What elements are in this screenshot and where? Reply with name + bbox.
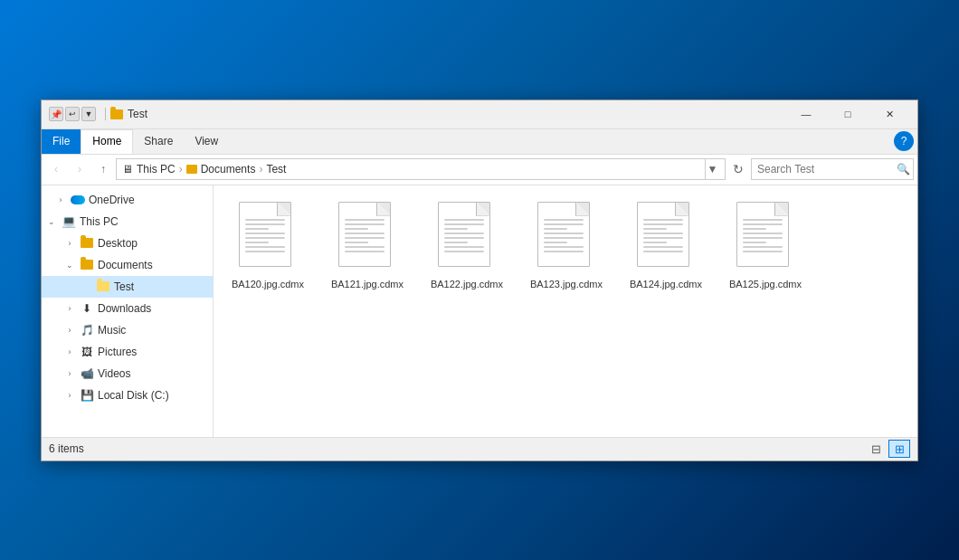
desktop-icon xyxy=(80,236,94,251)
sidebar-item-local-disk[interactable]: › 💾 Local Disk (C:) xyxy=(42,384,213,406)
pictures-arrow: › xyxy=(63,346,76,358)
pictures-icon: 🖼 xyxy=(80,345,94,359)
large-icons-view-button[interactable]: ⊞ xyxy=(888,440,910,458)
window-controls: — □ ✕ xyxy=(785,100,910,128)
onedrive-arrow: › xyxy=(54,194,67,206)
address-dropdown-button[interactable]: ▼ xyxy=(705,159,719,179)
file-item-1[interactable]: BA120.jpg.cdmx xyxy=(223,195,313,298)
breadcrumb-icon-computer: 🖥 xyxy=(122,163,133,176)
breadcrumb-test[interactable]: Test xyxy=(266,163,286,176)
localdisk-icon: 💾 xyxy=(80,388,94,403)
breadcrumb-icon-documents xyxy=(186,165,197,174)
details-view-button[interactable]: ⊟ xyxy=(865,440,887,458)
search-box: 🔍 xyxy=(751,158,914,180)
test-icon xyxy=(96,280,110,294)
file-icon-3 xyxy=(438,202,496,272)
window-title: Test xyxy=(128,108,785,120)
menubar: File Home Share View ? xyxy=(42,129,917,155)
sidebar-item-thispc[interactable]: ⌄ 💻 This PC xyxy=(42,211,213,233)
titlebar: 📌 ↩ ▼ Test — □ ✕ xyxy=(42,100,917,129)
localdisk-label: Local Disk (C:) xyxy=(98,389,169,402)
maximize-button[interactable]: □ xyxy=(827,100,869,128)
file-name-1: BA120.jpg.cdmx xyxy=(232,278,304,290)
menu-share[interactable]: Share xyxy=(133,129,184,154)
onedrive-label: OneDrive xyxy=(89,194,135,206)
file-name-4: BA123.jpg.cdmx xyxy=(530,278,603,290)
titlebar-left-buttons: 📌 ↩ ▼ xyxy=(49,107,96,121)
menu-home[interactable]: Home xyxy=(81,129,133,154)
sidebar-item-onedrive[interactable]: › OneDrive xyxy=(42,189,213,211)
up-button[interactable]: ↑ xyxy=(92,158,114,180)
downloads-label: Downloads xyxy=(98,302,151,315)
sidebar-item-documents[interactable]: ⌄ Documents xyxy=(42,254,213,276)
sidebar-item-pictures[interactable]: › 🖼 Pictures xyxy=(42,341,213,363)
menu-view[interactable]: View xyxy=(184,129,229,154)
documents-icon xyxy=(80,258,94,272)
documents-label: Documents xyxy=(98,259,153,271)
pin-button[interactable]: 📌 xyxy=(49,107,63,121)
localdisk-arrow: › xyxy=(63,389,76,402)
file-icon-6 xyxy=(736,202,794,272)
back-button[interactable]: ‹ xyxy=(45,158,67,180)
forward-button[interactable]: › xyxy=(69,158,90,180)
desktop-arrow: › xyxy=(63,237,76,250)
search-input[interactable] xyxy=(757,163,893,176)
videos-arrow: › xyxy=(63,367,76,380)
search-icon[interactable]: 🔍 xyxy=(897,163,910,176)
toolbar: ‹ › ↑ 🖥 This PC › Documents › Test ▼ ↻ 🔍 xyxy=(42,155,917,185)
address-bar[interactable]: 🖥 This PC › Documents › Test ▼ xyxy=(116,158,726,180)
file-name-6: BA125.jpg.cdmx xyxy=(729,278,802,290)
file-icon-2 xyxy=(338,202,396,272)
onedrive-icon xyxy=(71,193,85,207)
minimize-button[interactable]: — xyxy=(785,100,827,128)
downloads-icon: ⬇ xyxy=(80,301,94,316)
sidebar-item-music[interactable]: › 🎵 Music xyxy=(42,319,213,341)
videos-icon: 📹 xyxy=(80,366,94,381)
sidebar-item-desktop[interactable]: › Desktop xyxy=(42,233,213,254)
thispc-arrow: ⌄ xyxy=(45,215,58,228)
sidebar-item-test[interactable]: › Test xyxy=(42,276,213,298)
downloads-arrow: › xyxy=(63,302,76,315)
content-area: › OneDrive ⌄ 💻 This PC › Desktop xyxy=(42,185,917,437)
music-icon: 🎵 xyxy=(80,323,94,337)
music-label: Music xyxy=(98,324,126,337)
breadcrumb-documents[interactable]: Documents xyxy=(201,163,256,176)
file-item-6[interactable]: BA125.jpg.cdmx xyxy=(720,195,811,298)
undo-button[interactable]: ↩ xyxy=(65,107,80,121)
titlebar-folder-icon xyxy=(109,107,124,121)
status-view-buttons: ⊟ ⊞ xyxy=(865,440,910,458)
file-name-2: BA121.jpg.cdmx xyxy=(331,278,404,290)
file-item-4[interactable]: BA123.jpg.cdmx xyxy=(521,195,612,298)
file-item-5[interactable]: BA124.jpg.cdmx xyxy=(621,195,711,298)
folder-up-button[interactable]: ▼ xyxy=(81,107,96,121)
close-button[interactable]: ✕ xyxy=(869,100,910,128)
file-name-3: BA122.jpg.cdmx xyxy=(431,278,503,290)
file-icon-4 xyxy=(537,202,595,272)
help-button[interactable]: ? xyxy=(894,131,914,151)
pictures-folder-icon: 🖼 xyxy=(81,346,92,358)
file-icon-1 xyxy=(239,202,297,272)
file-explorer-window: 📌 ↩ ▼ Test — □ ✕ File Home Share View ? … xyxy=(41,100,918,461)
downloads-folder-icon: ⬇ xyxy=(82,302,91,315)
file-item-3[interactable]: BA122.jpg.cdmx xyxy=(422,195,512,298)
thispc-icon: 💻 xyxy=(62,214,76,229)
pictures-label: Pictures xyxy=(98,346,137,358)
music-folder-icon: 🎵 xyxy=(81,324,94,337)
refresh-button[interactable]: ↻ xyxy=(727,158,749,180)
folder-icon xyxy=(110,109,123,119)
videos-label: Videos xyxy=(98,367,130,380)
videos-folder-icon: 📹 xyxy=(81,367,94,380)
sidebar-item-videos[interactable]: › 📹 Videos xyxy=(42,363,213,384)
breadcrumb-sep-1: › xyxy=(179,163,183,176)
breadcrumb-sep-2: › xyxy=(259,163,262,176)
sidebar: › OneDrive ⌄ 💻 This PC › Desktop xyxy=(42,185,214,437)
file-icon-5 xyxy=(637,202,695,272)
thispc-label: This PC xyxy=(80,215,119,228)
main-files-area: BA120.jpg.cdmx xyxy=(214,185,917,437)
menu-file[interactable]: File xyxy=(42,129,81,154)
sidebar-item-downloads[interactable]: › ⬇ Downloads xyxy=(42,298,213,319)
computer-icon: 💻 xyxy=(62,214,76,228)
file-item-2[interactable]: BA121.jpg.cdmx xyxy=(322,195,413,298)
breadcrumb-this-pc[interactable]: This PC xyxy=(137,163,176,176)
desktop-label: Desktop xyxy=(98,237,138,250)
